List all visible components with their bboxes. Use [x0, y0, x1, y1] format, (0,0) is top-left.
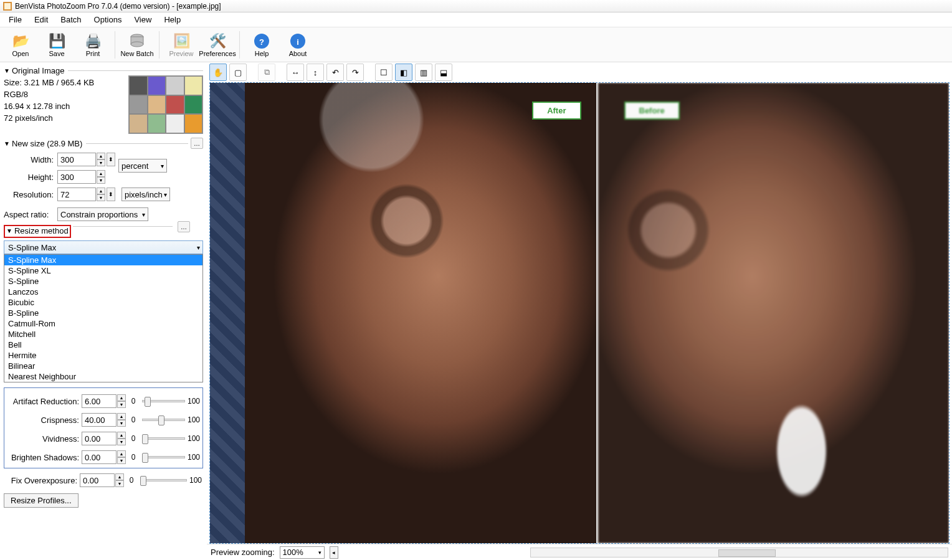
original-image-info: Size: 3.21 MB / 965.4 KB RGB/8 16.94 x 1…: [4, 75, 128, 134]
menu-file[interactable]: File: [2, 13, 28, 26]
view-single-button[interactable]: ☐: [375, 64, 393, 81]
after-pane[interactable]: After: [245, 83, 596, 543]
open-button[interactable]: 📂 Open: [2, 29, 39, 61]
spin-up[interactable]: ▲: [117, 450, 126, 457]
resize-profiles-button[interactable]: Resize Profiles...: [4, 493, 79, 508]
resize-method-option[interactable]: Catmull-Rom: [4, 318, 202, 329]
resize-method-option[interactable]: Bilinear: [4, 361, 202, 371]
link-dimensions-button[interactable]: ⬍: [107, 153, 115, 166]
printer-icon: 🖨️: [84, 32, 102, 50]
width-spin-down[interactable]: ▼: [97, 159, 105, 166]
crispness-slider[interactable]: [142, 419, 185, 421]
resize-method-option[interactable]: Lanczos: [4, 287, 202, 297]
brighten-shadows-input[interactable]: [82, 450, 117, 464]
view-side-by-side-button[interactable]: ▥: [415, 64, 432, 81]
width-input[interactable]: [57, 153, 96, 166]
svg-text:?: ?: [259, 37, 264, 47]
spin-down[interactable]: ▼: [117, 457, 126, 464]
artifact-reduction-slider[interactable]: [142, 400, 185, 402]
flip-vertical-button[interactable]: ↕: [307, 64, 324, 81]
resize-method-section-header[interactable]: ▼ Resize method: [6, 226, 69, 235]
original-thumbnail[interactable]: [128, 75, 203, 134]
resize-method-option[interactable]: Bicubic: [4, 297, 202, 308]
resolution-unit-combo[interactable]: pixels/inch: [121, 187, 170, 201]
new-batch-button[interactable]: New Batch: [119, 29, 155, 61]
resize-method-option[interactable]: Nearest Neighbour: [4, 371, 202, 382]
spin-down[interactable]: ▼: [117, 420, 126, 427]
brighten-shadows-slider[interactable]: [142, 456, 185, 458]
print-button[interactable]: 🖨️ Print: [75, 29, 111, 61]
artifact-reduction-input[interactable]: [82, 394, 117, 408]
crispness-input[interactable]: [82, 413, 117, 427]
preview-canvas[interactable]: After Before: [209, 82, 950, 544]
spin-down[interactable]: ▼: [115, 480, 124, 487]
vividness-slider[interactable]: [142, 437, 185, 440]
flip-horizontal-button[interactable]: ↔: [287, 64, 304, 81]
menu-batch[interactable]: Batch: [54, 13, 87, 26]
resize-method-option[interactable]: Mitchell: [4, 329, 202, 339]
resize-method-option[interactable]: S-Spline: [4, 276, 202, 287]
spin-down[interactable]: ▼: [117, 439, 126, 445]
navigator-strip[interactable]: [210, 83, 245, 543]
menu-edit[interactable]: Edit: [28, 13, 54, 26]
rotate-right-button[interactable]: ↷: [346, 64, 364, 81]
horizontal-scrollbar[interactable]: [530, 548, 948, 558]
res-spin-down[interactable]: ▼: [97, 194, 105, 201]
zoom-combo[interactable]: 100%: [280, 546, 325, 559]
spin-up[interactable]: ▲: [117, 432, 126, 439]
preview-button[interactable]: 🖼️ Preview: [163, 29, 199, 61]
new-size-options-button[interactable]: …: [191, 138, 203, 149]
height-spin-down[interactable]: ▼: [97, 177, 105, 184]
finetune-group: Artifact Reduction: ▲▼ 0 100 Crispness: …: [4, 387, 203, 468]
zoom-menu-button[interactable]: ◂: [330, 546, 338, 559]
resize-method-option[interactable]: B-Spline: [4, 308, 202, 318]
resize-method-options-button[interactable]: …: [178, 221, 190, 232]
resize-method-option[interactable]: S-Spline XL: [4, 265, 202, 276]
fix-overexposure-input[interactable]: [80, 473, 115, 487]
crispness-label: Crispness:: [6, 415, 79, 425]
vividness-input[interactable]: [82, 432, 117, 445]
app-icon: [2, 1, 12, 11]
width-spin-up[interactable]: ▲: [97, 153, 105, 159]
collapse-triangle-icon: ▼: [6, 227, 12, 234]
crop-tool-button[interactable]: ⧉: [258, 64, 275, 81]
single-view-icon: ☐: [380, 68, 388, 77]
help-button[interactable]: ? Help: [244, 29, 280, 61]
about-button[interactable]: i About: [280, 29, 316, 61]
original-size-text: Size: 3.21 MB / 965.4 KB: [4, 78, 128, 87]
resize-method-option[interactable]: Hermite: [4, 350, 202, 361]
before-pane[interactable]: Before: [598, 83, 950, 543]
marquee-tool-button[interactable]: ▢: [229, 64, 247, 81]
spin-up[interactable]: ▲: [117, 394, 126, 401]
height-input[interactable]: [57, 170, 96, 184]
toolbar-separator: [159, 31, 159, 59]
view-split-horizontal-button[interactable]: ⬓: [435, 64, 452, 81]
size-unit-combo[interactable]: percent: [118, 159, 167, 173]
res-link-button[interactable]: ⬍: [107, 187, 115, 201]
artifact-reduction-label: Artifact Reduction:: [6, 397, 79, 406]
new-size-section-header[interactable]: ▼ New size (28.9 MB) …: [4, 138, 203, 149]
resize-method-option[interactable]: Bell: [4, 339, 202, 350]
menu-view[interactable]: View: [128, 13, 158, 26]
aspect-ratio-combo[interactable]: Constrain proportions: [57, 207, 148, 221]
spin-down[interactable]: ▼: [117, 401, 126, 408]
fix-overexposure-slider[interactable]: [140, 479, 187, 482]
resize-method-dropdown[interactable]: S-Spline MaxS-Spline XLS-SplineLanczosBi…: [4, 254, 203, 382]
res-spin-up[interactable]: ▲: [97, 187, 105, 194]
titlebar: BenVista PhotoZoom Pro 7.0.4 (demo versi…: [0, 0, 952, 12]
view-split-vertical-button[interactable]: ◧: [395, 64, 412, 81]
spin-up[interactable]: ▲: [115, 473, 124, 480]
height-spin-up[interactable]: ▲: [97, 170, 105, 177]
rotate-left-button[interactable]: ↶: [326, 64, 344, 81]
resize-method-combo[interactable]: S-Spline Max: [4, 240, 203, 254]
menu-help[interactable]: Help: [158, 13, 187, 26]
wrench-icon: 🛠️: [209, 32, 226, 50]
resize-method-option[interactable]: S-Spline Max: [4, 255, 202, 265]
save-button[interactable]: 💾 Save: [39, 29, 75, 61]
preferences-button[interactable]: 🛠️ Preferences: [199, 29, 236, 61]
menu-options[interactable]: Options: [88, 13, 128, 26]
hand-tool-button[interactable]: ✋: [209, 64, 227, 81]
spin-up[interactable]: ▲: [117, 413, 126, 420]
original-image-section-header[interactable]: ▼ Original Image: [4, 66, 203, 75]
resolution-input[interactable]: [57, 187, 96, 201]
